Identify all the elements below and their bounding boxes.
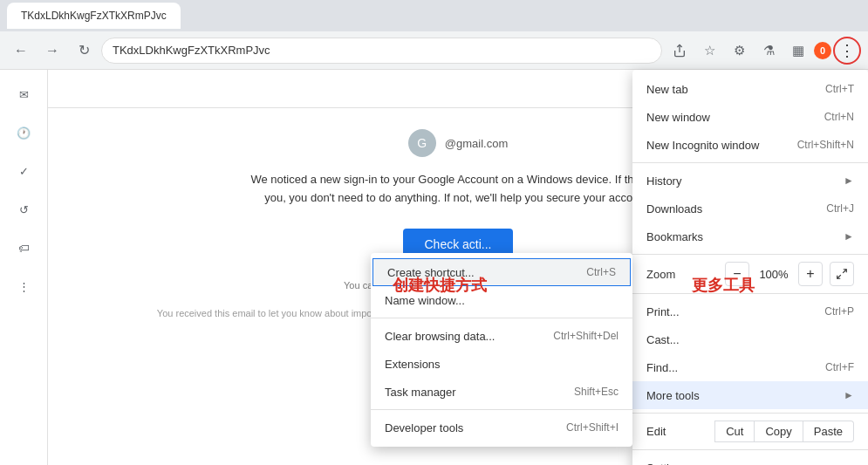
sidebar-icon-refresh[interactable]: ↺ — [6, 192, 41, 227]
menu-divider-5 — [632, 449, 868, 450]
submenu-divider-1 — [371, 318, 632, 318]
settings-icon[interactable]: ⚙ — [725, 37, 753, 65]
menu-item-new-tab[interactable]: New tab Ctrl+T — [632, 75, 868, 103]
menu-item-more-tools[interactable]: More tools ► — [632, 381, 868, 409]
menu-item-bookmarks[interactable]: Bookmarks ► — [632, 222, 868, 250]
address-text: TKdxLDkhKwgFzXTkXRmPJvc — [113, 44, 270, 57]
menu-item-downloads[interactable]: Downloads Ctrl+J — [632, 195, 868, 222]
sidebar-icon-label[interactable]: 🏷 — [6, 230, 41, 265]
svg-line-4 — [843, 270, 846, 273]
back-button[interactable]: ← — [7, 37, 35, 65]
notification-badge: 0 — [814, 42, 831, 59]
menu-divider-3 — [632, 293, 868, 294]
cut-button[interactable]: Cut — [714, 421, 755, 442]
menu-item-find[interactable]: Find... Ctrl+F — [632, 353, 868, 381]
submenu-item-extensions[interactable]: Extensions — [371, 350, 632, 378]
browser-toolbar: ← → ↻ TKdxLDkhKwgFzXTkXRmPJvc ☆ ⚙ ⚗ ▦ 0 … — [0, 31, 868, 70]
tab-title: TKdxLDkhKwgFzXTkXRmPJvc — [21, 10, 167, 22]
share-icon[interactable] — [666, 37, 694, 65]
gmail-sidebar: ✉ 🕐 ✓ ↺ 🏷 ⋮ — [0, 70, 48, 465]
submenu-item-create-shortcut[interactable]: Create shortcut... Ctrl+S — [372, 258, 631, 286]
menu-item-print[interactable]: Print... Ctrl+P — [632, 297, 868, 325]
submenu-item-clear-browsing[interactable]: Clear browsing data... Ctrl+Shift+Del — [371, 322, 632, 350]
menu-item-incognito[interactable]: New Incognito window Ctrl+Shift+N — [632, 131, 868, 159]
zoom-plus-button[interactable]: + — [798, 262, 823, 286]
menu-divider-2 — [632, 254, 868, 255]
menu-divider-4 — [632, 413, 868, 414]
bookmark-icon[interactable]: ☆ — [695, 37, 723, 65]
submenu-item-task-manager[interactable]: Task manager Shift+Esc — [371, 378, 632, 406]
email-address: @gmail.com — [445, 137, 508, 150]
zoom-minus-button[interactable]: − — [725, 262, 749, 286]
fullscreen-button[interactable] — [830, 262, 854, 286]
chrome-menu-button[interactable]: ⋮ — [833, 37, 861, 65]
copy-button[interactable]: Copy — [755, 421, 803, 442]
avatar: G — [408, 129, 436, 157]
menu-item-settings[interactable]: Settings — [632, 454, 868, 465]
submenu-item-developer-tools[interactable]: Developer tools Ctrl+Shift+I — [371, 414, 632, 441]
sidebar-icon-more[interactable]: ⋮ — [6, 269, 41, 304]
toolbar-icons: ☆ ⚙ ⚗ ▦ 0 ⋮ — [666, 37, 861, 65]
sidebar-icon-check[interactable]: ✓ — [6, 154, 41, 188]
window-icon[interactable]: ▦ — [784, 37, 812, 65]
zoom-value: 100% — [756, 268, 791, 281]
menu-divider-1 — [632, 162, 868, 163]
menu-item-cast[interactable]: Cast... — [632, 325, 868, 353]
sidebar-icon-clock[interactable]: 🕐 — [6, 115, 41, 150]
paste-button[interactable]: Paste — [803, 421, 854, 442]
edit-row: Edit Cut Copy Paste — [632, 417, 868, 446]
main-area: ✉ 🕐 ✓ ↺ 🏷 ⋮ G @gmail.com We noticed a ne… — [0, 70, 868, 465]
reload-button[interactable]: ↻ — [70, 37, 98, 65]
address-bar[interactable]: TKdxLDkhKwgFzXTkXRmPJvc — [101, 38, 662, 64]
tab-bar: TKdxLDkhKwgFzXTkXRmPJvc — [0, 0, 868, 31]
extension-icon[interactable]: ⚗ — [755, 37, 783, 65]
submenu-item-name-window[interactable]: Name window... — [371, 286, 632, 314]
submenu-divider-2 — [371, 409, 632, 410]
sidebar-icon-mail[interactable]: ✉ — [6, 77, 41, 112]
svg-line-5 — [837, 275, 841, 278]
more-tools-submenu: Create shortcut... Ctrl+S Name window...… — [371, 253, 632, 447]
menu-item-history[interactable]: History ► — [632, 167, 868, 195]
active-tab[interactable]: TKdxLDkhKwgFzXTkXRmPJvc — [7, 3, 181, 29]
menu-item-new-window[interactable]: New window Ctrl+N — [632, 103, 868, 131]
chrome-dropdown-menu: New tab Ctrl+T New window Ctrl+N New Inc… — [632, 70, 868, 465]
zoom-row: Zoom − 100% + — [632, 258, 868, 290]
email-body-text: We noticed a new sign-in to your Google … — [240, 171, 676, 208]
forward-button[interactable]: → — [38, 37, 66, 65]
